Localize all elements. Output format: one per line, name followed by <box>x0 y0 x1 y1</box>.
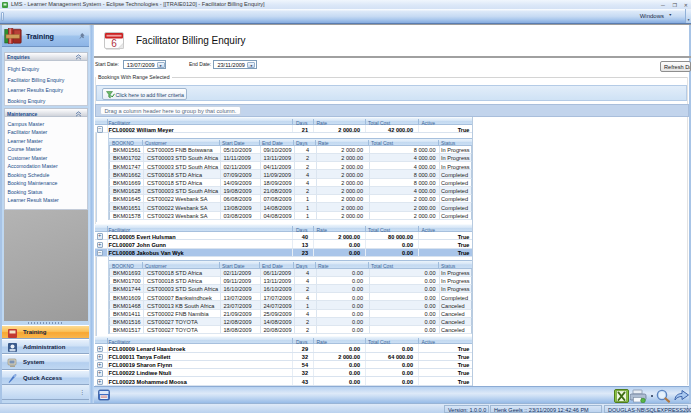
svg-text:6: 6 <box>111 38 117 49</box>
